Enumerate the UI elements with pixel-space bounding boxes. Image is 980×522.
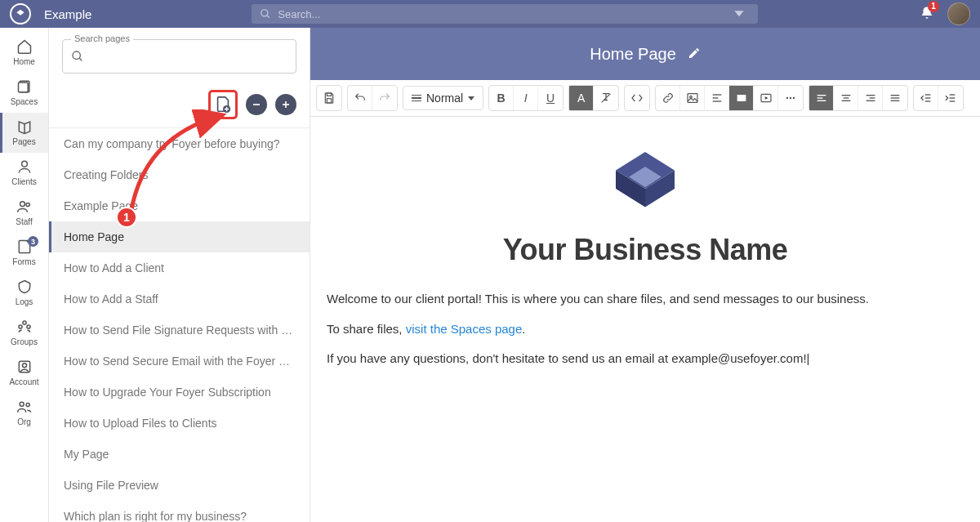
page-item[interactable]: Creating Folders xyxy=(49,159,310,190)
rail-item-spaces[interactable]: Spaces xyxy=(0,73,48,113)
page-item[interactable]: Example Page xyxy=(49,190,310,221)
pages-search-label: Search pages xyxy=(71,33,133,43)
svg-point-16 xyxy=(22,364,26,368)
save-button[interactable] xyxy=(317,86,341,110)
rail-item-forms[interactable]: 3 Forms xyxy=(0,233,48,273)
link-button[interactable] xyxy=(656,86,680,110)
rail-item-groups[interactable]: Groups xyxy=(0,313,48,353)
underline-button[interactable]: U xyxy=(538,86,563,110)
content-area: Home Page Normal B I xyxy=(310,28,980,522)
pages-panel: Search pages Can my company try F xyxy=(49,28,310,522)
app-logo-icon xyxy=(10,3,31,25)
collapse-button[interactable] xyxy=(246,94,267,115)
svg-rect-26 xyxy=(327,99,331,103)
redo-button[interactable] xyxy=(372,86,397,110)
more-button[interactable] xyxy=(778,86,803,110)
undo-icon xyxy=(354,91,367,105)
chevron-down-icon xyxy=(733,7,751,21)
search-icon xyxy=(71,50,84,63)
page-item[interactable]: Using File Preview xyxy=(49,470,310,501)
align-button[interactable] xyxy=(705,86,729,110)
page-item-selected[interactable]: Home Page xyxy=(49,221,310,252)
forms-badge: 3 xyxy=(28,236,38,247)
search-icon xyxy=(260,8,271,20)
rail-item-logs[interactable]: Logs xyxy=(0,273,48,313)
page-item[interactable]: How to Send File Signature Requests with… xyxy=(49,315,310,346)
pages-search-input[interactable]: Search pages xyxy=(62,39,296,74)
outdent-icon xyxy=(920,91,933,105)
image-button[interactable] xyxy=(680,86,705,110)
clear-format-button[interactable] xyxy=(594,86,618,110)
outdent-button[interactable] xyxy=(914,86,938,110)
page-item[interactable]: Which plan is right for my business? xyxy=(49,501,310,522)
align-center-button[interactable] xyxy=(834,86,858,110)
code-button[interactable] xyxy=(625,86,649,110)
block-button[interactable] xyxy=(729,86,754,110)
svg-point-13 xyxy=(18,325,21,328)
plus-icon xyxy=(279,98,292,111)
image-icon xyxy=(686,91,699,105)
svg-line-20 xyxy=(79,58,82,60)
content-header: Home Page xyxy=(310,28,980,80)
avatar[interactable] xyxy=(947,2,970,25)
global-search-input[interactable]: Search... xyxy=(252,4,758,24)
indent-button[interactable] xyxy=(938,86,963,110)
document-paragraph: To share files, visit the Spaces page. xyxy=(327,320,964,339)
page-item[interactable]: How to Upgrade Your Foyer Subscription xyxy=(49,377,310,408)
rail-item-pages[interactable]: Pages xyxy=(0,113,48,153)
italic-button[interactable]: I xyxy=(514,86,538,110)
editor-toolbar: Normal B I U A xyxy=(310,80,980,117)
staff-icon xyxy=(16,198,33,216)
document-paragraph: If you have any questions, don't hesitat… xyxy=(327,350,964,368)
notification-badge: 1 xyxy=(928,1,939,12)
expand-button[interactable] xyxy=(275,94,296,115)
page-item[interactable]: How to Upload Files to Clients xyxy=(49,408,310,439)
topbar: Example Search... 1 xyxy=(0,0,980,28)
align-icon xyxy=(710,91,724,105)
link-icon xyxy=(662,91,675,105)
bold-button[interactable]: B xyxy=(489,86,514,110)
business-logo-icon xyxy=(327,145,964,218)
page-item[interactable]: How to Add a Staff xyxy=(49,283,310,315)
page-item[interactable]: How to Add a Client xyxy=(49,252,310,283)
document-paragraph: Welcome to our client portal! This is wh… xyxy=(327,290,964,309)
new-page-button[interactable] xyxy=(214,96,232,114)
undo-button[interactable] xyxy=(348,86,372,110)
rail-item-home[interactable]: Home xyxy=(0,33,48,73)
document-title: Your Business Name xyxy=(327,233,964,267)
text-color-button[interactable]: A xyxy=(569,86,594,110)
rail-item-org[interactable]: Org xyxy=(0,393,48,433)
bold-icon: B xyxy=(497,91,506,105)
redo-icon xyxy=(378,91,391,105)
block-icon xyxy=(735,91,748,105)
svg-point-17 xyxy=(20,402,24,406)
rail-item-staff[interactable]: Staff xyxy=(0,193,48,233)
svg-point-19 xyxy=(73,51,80,59)
notifications-button[interactable]: 1 xyxy=(920,6,934,23)
svg-point-36 xyxy=(790,97,791,99)
format-dropdown[interactable]: Normal xyxy=(403,86,483,110)
align-justify-button[interactable] xyxy=(883,86,907,110)
align-right-icon xyxy=(864,91,877,105)
page-item[interactable]: How to Send Secure Email with the Foyer … xyxy=(49,346,310,377)
editor-body[interactable]: Your Business Name Welcome to our client… xyxy=(310,117,980,522)
clients-icon xyxy=(16,158,33,176)
svg-point-10 xyxy=(26,203,29,206)
align-left-button[interactable] xyxy=(809,86,834,110)
spaces-link[interactable]: visit the Spaces page xyxy=(406,322,523,336)
underline-icon: U xyxy=(546,91,555,105)
rail-item-account[interactable]: Account xyxy=(0,353,48,393)
spaces-icon xyxy=(16,78,33,96)
page-item[interactable]: Can my company try Foyer before buying? xyxy=(49,128,310,159)
edit-title-button[interactable] xyxy=(688,47,701,62)
svg-point-8 xyxy=(21,161,27,167)
font-color-icon: A xyxy=(577,91,585,105)
svg-rect-6 xyxy=(18,83,28,92)
rail-item-clients[interactable]: Clients xyxy=(0,153,48,193)
align-right-button[interactable] xyxy=(858,86,883,110)
page-item[interactable]: My Page xyxy=(49,439,310,470)
align-justify-icon xyxy=(889,91,902,105)
groups-icon xyxy=(16,318,33,336)
video-button[interactable] xyxy=(754,86,778,110)
svg-point-35 xyxy=(786,97,788,99)
